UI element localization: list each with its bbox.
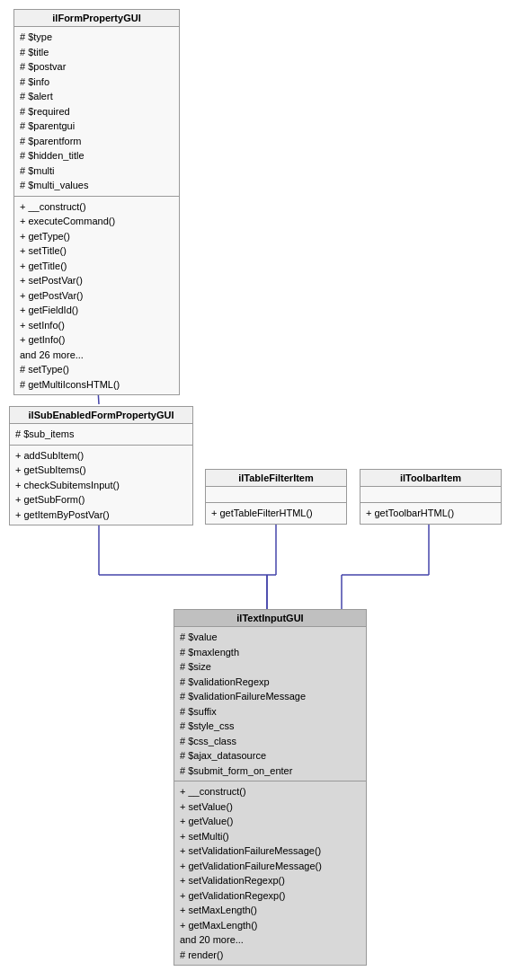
ilTableFilterItem-attributes — [206, 487, 346, 503]
ilTextInputGUI-title: ilTextInputGUI — [174, 610, 366, 627]
ilSubEnabledFormPropertyGUI-title: ilSubEnabledFormPropertyGUI — [10, 407, 192, 424]
ilTableFilterItem-box: ilTableFilterItem + getTableFilterHTML() — [205, 469, 347, 525]
ilTableFilterItem-title: ilTableFilterItem — [206, 470, 346, 487]
ilFormPropertyGUI-box: ilFormPropertyGUI # $type # $title # $po… — [13, 9, 180, 395]
ilTextInputGUI-methods: + __construct() + setValue() + getValue(… — [174, 781, 366, 965]
ilTextInputGUI-box: ilTextInputGUI # $value # $maxlength # $… — [174, 609, 367, 966]
ilFormPropertyGUI-title: ilFormPropertyGUI — [14, 10, 179, 27]
ilSubEnabledFormPropertyGUI-attributes: # $sub_items — [10, 424, 192, 446]
ilSubEnabledFormPropertyGUI-methods: + addSubItem() + getSubItems() + checkSu… — [10, 446, 192, 525]
ilToolbarItem-box: ilToolbarItem + getToolbarHTML() — [360, 469, 502, 525]
ilTextInputGUI-attributes: # $value # $maxlength # $size # $validat… — [174, 627, 366, 781]
ilSubEnabledFormPropertyGUI-box: ilSubEnabledFormPropertyGUI # $sub_items… — [9, 406, 193, 525]
ilToolbarItem-methods: + getToolbarHTML() — [360, 503, 501, 524]
ilFormPropertyGUI-attributes: # $type # $title # $postvar # $info # $a… — [14, 27, 179, 197]
ilToolbarItem-title: ilToolbarItem — [360, 470, 501, 487]
diagram-container: ilFormPropertyGUI # $type # $title # $po… — [0, 0, 525, 980]
ilTableFilterItem-methods: + getTableFilterHTML() — [206, 503, 346, 524]
ilFormPropertyGUI-methods: + __construct() + executeCommand() + get… — [14, 197, 179, 395]
ilToolbarItem-attributes — [360, 487, 501, 503]
